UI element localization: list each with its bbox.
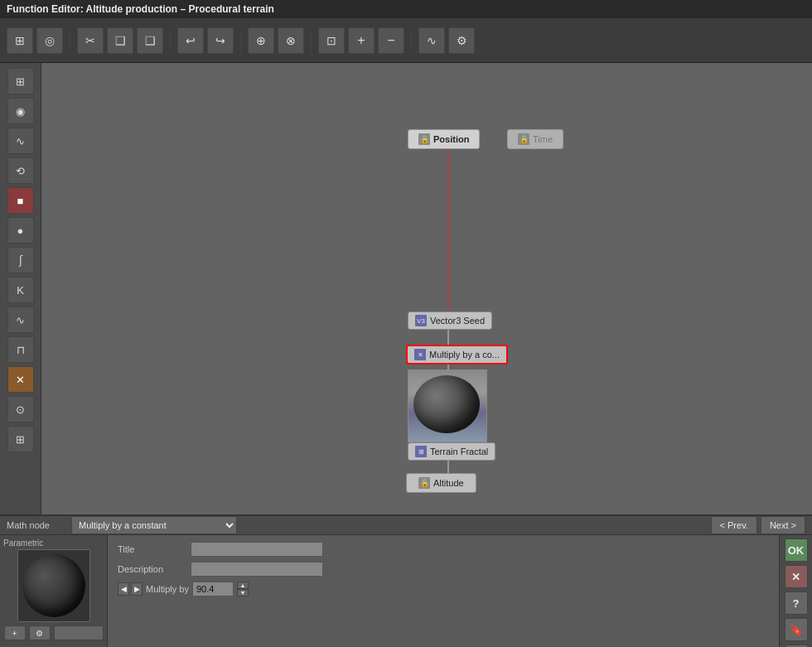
preview-extra-btn[interactable] <box>54 625 104 640</box>
bottom-nav-right: < Prev. Next > <box>711 516 805 534</box>
cut-btn[interactable]: ✂ <box>77 27 104 54</box>
bookmark-btn[interactable]: 🔖 <box>785 618 808 641</box>
title-row: Title <box>118 542 769 557</box>
sidebar-btn-wave2[interactable]: ∿ <box>7 307 34 333</box>
arrow-right-btn[interactable]: ▶ <box>131 582 143 596</box>
terrain-preview-panel <box>408 369 487 442</box>
multiply-icon: ✕ <box>414 349 426 360</box>
time-icon: 🔒 <box>518 133 529 145</box>
left-sidebar: ⊞ ◉ ∿ ⟲ ■ ● ʃ Κ ∿ ⊓ ✕ ⊙ ⊞ <box>0 63 41 514</box>
properties-panel: Title Description ◀ ▶ Multiply by ▲ ▼ <box>108 535 779 647</box>
position-label: Position <box>433 134 469 144</box>
title-text: Function Editor: Altitude production – P… <box>7 3 274 15</box>
terrain-label: Terrain Fractal <box>430 447 488 456</box>
sidebar-btn-clamp[interactable]: ⊓ <box>7 336 34 363</box>
settings-btn[interactable]: ⚙ <box>448 27 475 54</box>
title-bar: Function Editor: Altitude production – P… <box>0 0 812 18</box>
position-icon: 🔒 <box>418 133 430 145</box>
bottom-content: Parametric + ⚙ Title Description <box>0 535 812 647</box>
preview-add-btn[interactable]: + <box>4 625 26 640</box>
preview-sphere <box>22 554 85 617</box>
arrow-left-btn[interactable]: ◀ <box>118 582 129 596</box>
vector3seed-label: Vector3 Seed <box>430 316 485 326</box>
wave-btn[interactable]: ∿ <box>418 27 445 54</box>
position-node[interactable]: 🔒 Position <box>408 129 480 149</box>
sep1 <box>70 29 70 52</box>
time-label: Time <box>533 134 553 144</box>
copy-btn[interactable]: ❑ <box>107 27 133 54</box>
zoom-fit-btn[interactable]: ⊡ <box>318 27 345 54</box>
preview-btn-row: + ⚙ <box>4 625 104 640</box>
math-node-label: Math node <box>7 520 65 530</box>
terrain-node[interactable]: ⊞ Terrain Fractal <box>408 442 495 461</box>
sidebar-btn-k[interactable]: Κ <box>7 277 34 303</box>
undo-btn[interactable]: ↩ <box>177 27 204 54</box>
description-row: Description <box>118 562 769 577</box>
preview-label: Parametric <box>3 538 43 548</box>
main-layout: ⊞ ◉ ∿ ⟲ ■ ● ʃ Κ ∿ ⊓ ✕ ⊙ ⊞ 🔒 Position <box>0 63 812 514</box>
vector3seed-icon: V3 <box>415 315 427 326</box>
preview-settings-btn[interactable]: ⚙ <box>29 625 51 640</box>
sidebar-btn-integral[interactable]: ʃ <box>7 247 34 273</box>
multiply-node[interactable]: ✕ Multiply by a co... <box>406 345 508 365</box>
connect-btn[interactable]: ⊕ <box>248 27 274 54</box>
title-label: Title <box>118 544 184 554</box>
description-label: Description <box>118 564 184 574</box>
multiply-value-input[interactable] <box>192 582 234 596</box>
sep4 <box>311 29 312 52</box>
spin-up-btn[interactable]: ▲ <box>237 582 249 589</box>
sidebar-btn-x[interactable]: ✕ <box>7 366 34 393</box>
vector3seed-node[interactable]: V3 Vector3 Seed <box>408 311 492 330</box>
sep2 <box>170 29 171 52</box>
bottom-panel: Math node Multiply by a constant < Prev.… <box>0 514 812 647</box>
sep5 <box>411 29 412 52</box>
cancel-btn[interactable]: ✕ <box>785 565 808 588</box>
toolbar: ⊞ ◎ ✂ ❑ ❑ ↩ ↪ ⊕ ⊗ ⊡ + − ∿ ⚙ <box>0 18 812 63</box>
title-input[interactable] <box>191 542 323 557</box>
sidebar-btn-wave[interactable]: ∿ <box>7 128 34 154</box>
next-btn[interactable]: Next > <box>761 516 805 534</box>
camera-btn[interactable]: ◎ <box>36 27 63 54</box>
sep3 <box>240 29 241 52</box>
right-action-panel: OK ✕ ? 🔖 ⚙ <box>779 535 812 647</box>
bottom-toolbar: Math node Multiply by a constant < Prev.… <box>0 516 812 535</box>
sidebar-btn-clock[interactable]: ⊙ <box>7 396 34 422</box>
grid-btn[interactable]: ⊞ <box>7 27 33 54</box>
help-btn[interactable]: ? <box>785 591 808 615</box>
sidebar-btn-square[interactable]: ■ <box>7 187 34 214</box>
prev-btn[interactable]: < Prev. <box>711 516 757 534</box>
paste-btn[interactable]: ❑ <box>137 27 163 54</box>
terrain-icon: ⊞ <box>415 446 427 457</box>
node-type-select[interactable]: Multiply by a constant <box>71 516 237 534</box>
multiply-label: Multiply by a co... <box>429 350 500 360</box>
sidebar-btn-circle[interactable]: ◉ <box>7 98 34 124</box>
zoom-in-btn[interactable]: + <box>348 27 375 54</box>
sidebar-btn-dot[interactable]: ● <box>7 217 34 244</box>
spin-down-btn[interactable]: ▼ <box>237 589 249 596</box>
multiply-label: Multiply by <box>146 584 189 594</box>
altitude-label: Altitude <box>433 478 464 488</box>
sidebar-btn-grid[interactable]: ⊞ <box>7 68 34 94</box>
arrows-container: ◀ ▶ <box>118 582 143 596</box>
terrain-sphere <box>413 375 480 433</box>
ok-btn[interactable]: OK <box>785 538 808 562</box>
canvas-area[interactable]: 🔒 Position 🔒 Time V3 Vector3 Seed ✕ Mult… <box>41 63 812 514</box>
sidebar-btn-grid2[interactable]: ⊞ <box>7 426 34 452</box>
description-input[interactable] <box>191 562 323 577</box>
disconnect-btn[interactable]: ⊗ <box>278 27 304 54</box>
altitude-icon: 🔒 <box>418 477 430 489</box>
time-node[interactable]: 🔒 Time <box>507 129 563 149</box>
redo-btn[interactable]: ↪ <box>207 27 234 54</box>
sidebar-btn-loop[interactable]: ⟲ <box>7 157 34 184</box>
preview-panel: Parametric + ⚙ <box>0 535 108 647</box>
preview-sphere-container <box>17 549 90 622</box>
multiply-row: ◀ ▶ Multiply by ▲ ▼ <box>118 582 769 596</box>
altitude-node[interactable]: 🔒 Altitude <box>406 473 476 493</box>
zoom-out-btn[interactable]: − <box>378 27 404 54</box>
